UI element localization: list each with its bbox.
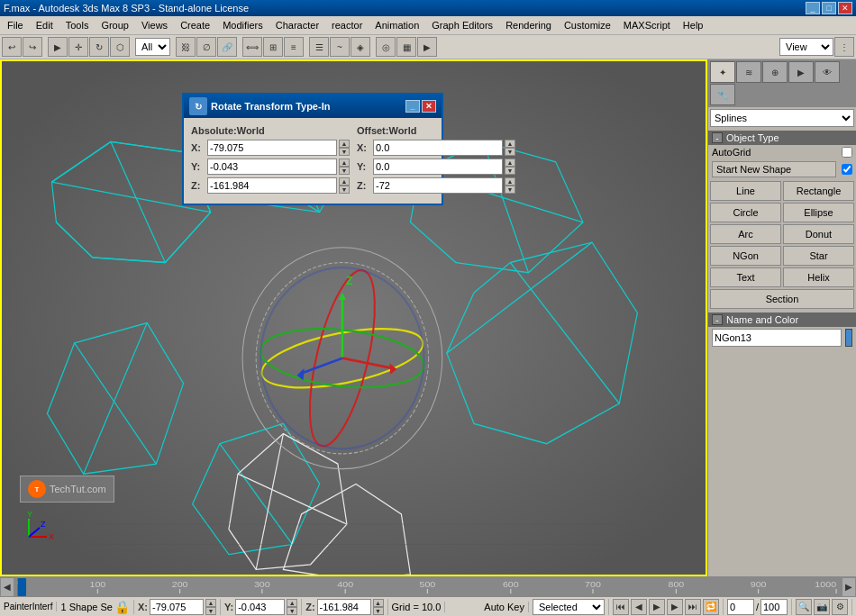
off-x-up[interactable]: ▲ [505,140,515,148]
start-new-shape-checkbox[interactable] [842,164,852,175]
circle-btn[interactable]: Circle [710,203,781,222]
z-up[interactable]: ▲ [373,599,384,607]
star-btn[interactable]: Star [783,246,854,266]
off-z-down[interactable]: ▼ [505,186,515,194]
total-frames[interactable] [760,599,788,615]
helix-btn[interactable]: Helix [783,267,854,287]
off-z-input[interactable] [373,177,503,194]
toolbar-schematic[interactable]: ◈ [351,37,370,57]
play-btn[interactable]: ▶ [649,599,665,615]
rotate-dialog-titlebar[interactable]: ↻ Rotate Transform Type-In _ ✕ [184,95,442,118]
menu-edit[interactable]: Edit [31,18,59,32]
abs-z-input[interactable] [207,177,337,194]
ngon-btn[interactable]: NGon [710,246,781,266]
off-y-input[interactable] [373,159,503,175]
rotate-dialog-minimize[interactable]: _ [405,100,420,113]
off-y-down[interactable]: ▼ [505,167,515,175]
abs-y-down[interactable]: ▼ [339,167,350,175]
off-z-up[interactable]: ▲ [505,177,515,186]
search-btn[interactable]: 🔍 [796,599,812,615]
toolbar-array[interactable]: ⊞ [263,37,283,57]
toolbar-scale[interactable]: ⬡ [110,37,130,57]
toolbar-link[interactable]: ⛓ [176,37,196,57]
panel-tab-display[interactable]: 👁 [815,61,840,83]
menu-customize[interactable]: Customize [559,18,616,32]
toolbar-redo[interactable]: ↪ [23,37,42,57]
prev-key-btn[interactable]: ⏮ [613,599,629,615]
menu-group[interactable]: Group [96,18,134,32]
object-color-swatch[interactable] [845,329,852,347]
name-color-section-header[interactable]: - Name and Color [708,313,856,327]
loop-btn[interactable]: 🔁 [703,599,719,615]
toolbar-undo[interactable]: ↩ [2,37,22,57]
x-down[interactable]: ▼ [205,607,216,615]
toolbar-mirror[interactable]: ⟺ [242,37,262,57]
abs-z-down[interactable]: ▼ [339,186,350,194]
section-btn[interactable]: Section [710,289,854,309]
toolbar-curve-editor[interactable]: ~ [330,37,350,57]
menu-maxscript[interactable]: MAXScript [618,18,676,32]
toolbar-unlink[interactable]: ∅ [196,37,216,57]
name-color-collapse[interactable]: - [712,314,723,325]
panel-tab-motion[interactable]: ▶ [788,61,814,83]
menu-reactor[interactable]: reactor [326,18,368,32]
abs-x-down[interactable]: ▼ [339,148,350,156]
menu-character[interactable]: Character [270,18,324,32]
object-type-section-header[interactable]: - Object Type [708,131,856,145]
panel-tab-utilities[interactable]: 🔧 [710,84,735,105]
menu-create[interactable]: Create [175,18,215,32]
toolbar-move[interactable]: ✛ [68,37,88,57]
prev-frame-btn[interactable]: ◀ [631,599,647,615]
toolbar-layer[interactable]: ☰ [309,37,329,57]
viewport[interactable]: Perspective [0,59,707,576]
start-new-shape-btn[interactable]: Start New Shape [712,161,836,177]
x-up[interactable]: ▲ [205,599,216,607]
line-btn[interactable]: Line [710,181,781,201]
toolbar-select[interactable]: ▶ [48,37,68,57]
object-name-input[interactable] [712,329,842,347]
abs-y-input[interactable] [207,159,337,175]
off-x-input[interactable] [373,140,503,156]
text-btn[interactable]: Text [710,267,781,287]
abs-x-input[interactable] [207,140,337,156]
panel-tab-hierarchy[interactable]: ⊕ [762,61,788,83]
toolbar-align[interactable]: ≡ [284,37,304,57]
next-frame-btn[interactable]: ▶ [667,599,683,615]
panel-tab-create[interactable]: ✦ [710,61,735,83]
menu-file[interactable]: File [2,18,29,32]
menu-views[interactable]: Views [136,18,173,32]
z-coord-input[interactable] [317,599,371,615]
toolbar-mode-dropdown[interactable]: All [135,38,170,56]
toolbar-view-dropdown[interactable]: View [779,38,833,56]
maximize-button[interactable]: □ [822,2,836,14]
toolbar-bind[interactable]: 🔗 [217,37,237,57]
panel-tab-modify[interactable]: ≋ [736,61,761,83]
abs-x-up[interactable]: ▲ [339,140,350,148]
y-coord-input[interactable] [235,599,285,615]
settings-btn[interactable]: ⚙ [832,599,848,615]
timeline-right-arrow[interactable]: ▶ [842,577,856,597]
menu-graph-editors[interactable]: Graph Editors [426,18,498,32]
autogrid-checkbox[interactable] [842,147,852,158]
toolbar-rotate[interactable]: ↻ [89,37,109,57]
ellipse-btn[interactable]: Ellipse [783,203,854,222]
donut-btn[interactable]: Donut [783,224,854,244]
abs-z-up[interactable]: ▲ [339,177,350,186]
menu-tools[interactable]: Tools [60,18,95,32]
object-type-collapse[interactable]: - [712,132,723,143]
selected-dropdown[interactable]: Selected [533,599,605,615]
rectangle-btn[interactable]: Rectangle [783,181,854,201]
menu-rendering[interactable]: Rendering [500,18,557,32]
panel-splines-dropdown[interactable]: Splines [710,109,854,127]
off-x-down[interactable]: ▼ [505,148,515,156]
next-key-btn[interactable]: ⏭ [685,599,701,615]
menu-help[interactable]: Help [678,18,709,32]
abs-y-up[interactable]: ▲ [339,159,350,167]
off-y-up[interactable]: ▲ [505,159,515,167]
rotate-dialog-close[interactable]: ✕ [422,100,436,113]
menu-animation[interactable]: Animation [369,18,424,32]
menu-modifiers[interactable]: Modifiers [217,18,269,32]
timeline[interactable]: ◀ 0 100 200 300 400 500 600 700 800 900 [0,576,856,596]
x-coord-input[interactable] [150,599,204,615]
minimize-button[interactable]: _ [806,2,820,14]
